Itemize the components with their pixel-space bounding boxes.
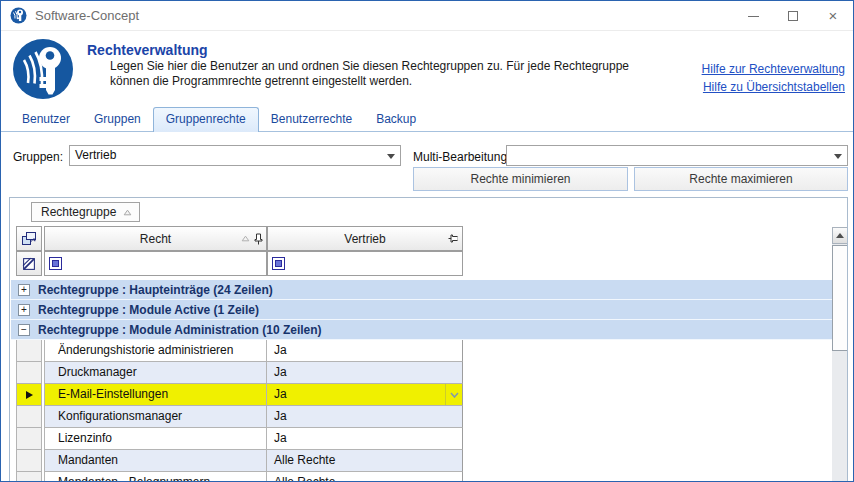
column-header-recht[interactable]: Recht xyxy=(44,226,267,251)
app-window: Software-Concept × Rechteverwaltung Lege… xyxy=(0,0,854,482)
app-icon xyxy=(10,7,27,24)
row-indicator-cell[interactable] xyxy=(16,384,42,406)
row-indicator-cell[interactable] xyxy=(16,450,42,472)
maximize-button[interactable] xyxy=(773,1,813,31)
filter-input-vertrieb[interactable] xyxy=(289,254,462,273)
group-row-label: Rechtegruppe : Module Active (1 Zeile) xyxy=(38,303,259,317)
row-selector-icon xyxy=(22,232,36,245)
table-row[interactable]: Änderungshistorie administrieren Ja xyxy=(16,340,463,362)
group-row-label: Rechtegruppe : Haupteinträge (24 Zeilen) xyxy=(38,283,273,297)
page-description: Legen Sie hier die Benutzer an und ordne… xyxy=(110,59,629,89)
close-icon: × xyxy=(829,11,838,21)
tab-benutzerrechte[interactable]: Benutzerrechte xyxy=(259,108,364,131)
column-header-vertrieb-label: Vertrieb xyxy=(344,232,385,246)
pin-unpinned-icon[interactable] xyxy=(449,233,458,245)
table-row[interactable]: Mandanten Alle Rechte xyxy=(16,450,463,472)
rechte-minimieren-button[interactable]: Rechte minimieren xyxy=(413,167,628,191)
column-header-recht-label: Recht xyxy=(140,232,171,246)
filter-condition-icon[interactable] xyxy=(272,257,285,270)
cell-recht[interactable]: Druckmanager xyxy=(44,362,267,384)
group-row-module-active[interactable]: + Rechtegruppe : Module Active (1 Zeile) xyxy=(11,300,832,320)
tab-bar: Benutzer Gruppen Gruppenrechte Benutzerr… xyxy=(1,108,854,132)
groupby-rechtegruppe-button[interactable]: Rechtegruppe xyxy=(31,202,140,222)
tab-benutzer[interactable]: Benutzer xyxy=(10,108,82,131)
cell-vertrieb[interactable]: Ja xyxy=(267,340,463,362)
cell-recht[interactable]: Mandanten - Belegnummern xyxy=(44,472,267,482)
cell-recht[interactable]: E-Mail-Einstellungen xyxy=(44,384,267,406)
description-line-2: können die Programmrechte getrennt einge… xyxy=(110,74,629,89)
clear-filter-cell[interactable] xyxy=(16,251,42,276)
collapse-icon[interactable]: − xyxy=(18,324,30,336)
title-bar: Software-Concept × xyxy=(1,1,853,31)
tab-backup[interactable]: Backup xyxy=(364,108,428,131)
row-indicator-cell[interactable] xyxy=(16,428,42,450)
help-links: Hilfe zur Rechteverwaltung Hilfe zu Über… xyxy=(702,60,845,96)
cell-dropdown-button[interactable] xyxy=(445,384,462,405)
cell-vertrieb[interactable]: Alle Rechte xyxy=(267,472,463,482)
table-row[interactable]: Druckmanager Ja xyxy=(16,362,463,384)
sort-ascending-icon xyxy=(123,209,132,216)
expand-icon[interactable]: + xyxy=(18,284,30,296)
gruppen-combobox-value: Vertrieb xyxy=(75,148,116,162)
vertical-scrollbar[interactable] xyxy=(832,227,848,482)
filter-cell-recht xyxy=(44,251,267,276)
help-link-rechteverwaltung[interactable]: Hilfe zur Rechteverwaltung xyxy=(702,60,845,78)
arrow-up-icon xyxy=(836,233,844,238)
cell-vertrieb[interactable]: Alle Rechte xyxy=(267,450,463,472)
minimize-icon xyxy=(748,16,759,17)
select-all-header-cell[interactable] xyxy=(16,226,42,251)
chevron-down-icon xyxy=(834,154,842,159)
cell-vertrieb-value: Ja xyxy=(274,387,287,401)
scrollbar-up-button[interactable] xyxy=(832,227,848,244)
multi-bearbeitung-label: Multi-Bearbeitung: xyxy=(413,150,510,164)
app-logo-icon xyxy=(11,37,75,105)
group-row-haupteintraege[interactable]: + Rechtegruppe : Haupteinträge (24 Zeile… xyxy=(11,280,832,300)
minimize-button[interactable] xyxy=(733,1,773,31)
maximize-icon xyxy=(788,11,798,21)
multi-bearbeitung-combobox[interactable] xyxy=(506,145,848,166)
window-title: Software-Concept xyxy=(35,8,139,23)
pin-icon[interactable] xyxy=(254,233,263,245)
table-row[interactable]: Konfigurationsmanager Ja xyxy=(16,406,463,428)
page-title: Rechteverwaltung xyxy=(87,42,208,58)
gruppen-combobox[interactable]: Vertrieb xyxy=(69,145,401,166)
filter-condition-icon[interactable] xyxy=(49,257,62,270)
scrollbar-thumb[interactable] xyxy=(832,245,848,351)
groupby-button-label: Rechtegruppe xyxy=(41,205,116,219)
row-indicator-cell[interactable] xyxy=(16,340,42,362)
cell-recht[interactable]: Mandanten xyxy=(44,450,267,472)
chevron-down-icon xyxy=(387,154,395,159)
filter-cell-vertrieb xyxy=(267,251,463,276)
cell-vertrieb[interactable]: Ja xyxy=(267,428,463,450)
current-row-arrow-icon xyxy=(26,391,33,399)
chevron-down-icon xyxy=(450,392,459,398)
tab-gruppenrechte[interactable]: Gruppenrechte xyxy=(153,107,259,132)
group-row-module-administration[interactable]: − Rechtegruppe : Module Administration (… xyxy=(11,320,832,340)
cell-recht[interactable]: Änderungshistorie administrieren xyxy=(44,340,267,362)
group-row-label: Rechtegruppe : Module Administration (10… xyxy=(38,323,322,337)
help-link-uebersichtstabellen[interactable]: Hilfe zu Übersichtstabellen xyxy=(702,78,845,96)
close-button[interactable]: × xyxy=(813,1,853,31)
table-row[interactable]: Mandanten - Belegnummern Alle Rechte xyxy=(16,472,463,482)
row-indicator-cell[interactable] xyxy=(16,406,42,428)
expand-icon[interactable]: + xyxy=(18,304,30,316)
row-indicator-cell[interactable] xyxy=(16,472,42,482)
cell-recht[interactable]: Lizenzinfo xyxy=(44,428,267,450)
clear-filter-icon xyxy=(22,257,36,271)
filter-input-recht[interactable] xyxy=(66,254,266,273)
row-indicator-cell[interactable] xyxy=(16,362,42,384)
cell-vertrieb[interactable]: Ja xyxy=(267,384,463,406)
description-line-1: Legen Sie hier die Benutzer an und ordne… xyxy=(110,59,629,74)
table-row[interactable]: Lizenzinfo Ja xyxy=(16,428,463,450)
tab-gruppen[interactable]: Gruppen xyxy=(82,108,153,131)
rights-grid: Rechtegruppe Recht xyxy=(9,197,848,482)
sort-ascending-icon xyxy=(241,235,250,242)
cell-vertrieb[interactable]: Ja xyxy=(267,362,463,384)
cell-recht[interactable]: Konfigurationsmanager xyxy=(44,406,267,428)
table-row-selected[interactable]: E-Mail-Einstellungen Ja xyxy=(16,384,463,406)
cell-vertrieb[interactable]: Ja xyxy=(267,406,463,428)
rechte-maximieren-button[interactable]: Rechte maximieren xyxy=(634,167,848,191)
gruppen-label: Gruppen: xyxy=(13,150,63,164)
column-header-vertrieb[interactable]: Vertrieb xyxy=(267,226,463,251)
